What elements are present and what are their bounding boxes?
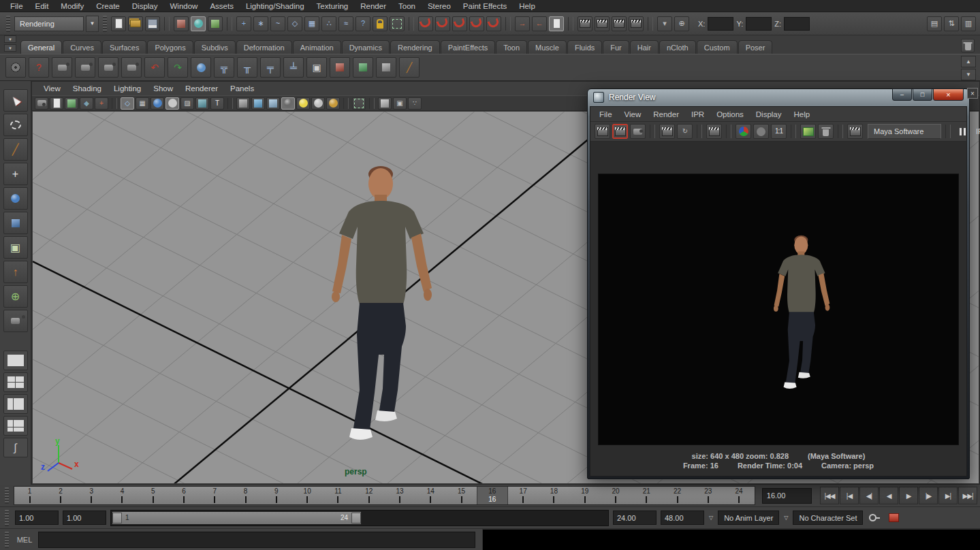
vp-occlusion-icon[interactable] — [281, 97, 295, 110]
open-render-view-icon[interactable] — [578, 16, 592, 31]
mask-all-icon[interactable]: + — [236, 16, 251, 31]
assign-material-icon[interactable] — [353, 57, 373, 78]
vp-light-default-icon[interactable] — [311, 97, 325, 110]
ipr-render-icon[interactable] — [612, 16, 627, 31]
vp-grid-cube-icon[interactable] — [378, 97, 392, 110]
mask-deformations-icon[interactable]: ▦ — [304, 16, 319, 31]
range-start-handle[interactable] — [112, 513, 122, 523]
rendered-image[interactable] — [598, 174, 959, 445]
timeline-frame[interactable]: 21 21 — [631, 487, 662, 504]
open-scene-icon[interactable] — [128, 16, 143, 31]
vp-use-default-material-icon[interactable] — [195, 97, 209, 110]
shelf-scroll-down-icon[interactable]: ▼ — [961, 69, 976, 80]
vp-connections-icon[interactable]: ∵ — [408, 97, 422, 110]
rv-alpha-channel-icon[interactable] — [753, 124, 769, 139]
animation-key-icon[interactable] — [867, 511, 882, 525]
tab-ncloth[interactable]: nCloth — [659, 40, 696, 54]
rv-menu-display[interactable]: Display — [750, 110, 788, 118]
drag-handle[interactable] — [6, 16, 10, 32]
timeline-frame[interactable]: 12 12 — [353, 487, 384, 504]
rv-keep-image-icon[interactable] — [800, 124, 816, 139]
playback-start-field[interactable]: 1.00 — [63, 511, 106, 525]
mask-rendering-icon[interactable]: ≈ — [338, 16, 353, 31]
timeline-frame[interactable]: 14 14 — [415, 487, 446, 504]
show-tool-settings-icon[interactable]: ⇅ — [944, 16, 959, 31]
camera-dolly-icon[interactable] — [98, 57, 118, 78]
shelf-options-icon[interactable]: ▾ — [4, 44, 16, 52]
timeline-frame[interactable]: 1 1 — [14, 487, 45, 504]
tab-rendering[interactable]: Rendering — [390, 40, 440, 54]
scene-render-options-icon[interactable] — [5, 57, 26, 78]
vp-shaded-icon[interactable] — [151, 97, 164, 110]
mask-dynamics-icon[interactable]: ∴ — [321, 16, 336, 31]
vp-menu-panels[interactable]: Panels — [224, 84, 260, 93]
timeline-frame[interactable]: 23 23 — [693, 487, 723, 504]
tab-general[interactable]: General — [20, 40, 62, 54]
timeline-frame[interactable]: 19 19 — [569, 487, 600, 504]
vp-textured-icon[interactable]: ▨ — [180, 97, 194, 110]
playback-end-field[interactable]: 24.00 — [613, 511, 657, 525]
rv-remove-image-icon[interactable] — [818, 124, 834, 139]
command-result-area[interactable] — [482, 529, 980, 550]
timeline-frame[interactable]: 24 24 — [723, 487, 754, 504]
pause-ipr-icon[interactable] — [955, 124, 970, 139]
input-connections-icon[interactable]: → — [515, 16, 530, 31]
rv-menu-view[interactable]: View — [618, 110, 648, 118]
select-hierarchy-icon[interactable] — [174, 16, 189, 31]
soft-modification-icon[interactable]: ↑ — [3, 261, 28, 283]
delete-unused-nodes-icon[interactable] — [191, 57, 211, 78]
timeline-frame[interactable]: 20 20 — [600, 487, 631, 504]
timeline-frame[interactable]: 11 11 — [323, 487, 353, 504]
tab-subdivs[interactable]: Subdivs — [194, 40, 236, 54]
minimize-button[interactable]: – — [892, 88, 912, 101]
output-connections-icon[interactable]: ← — [532, 16, 547, 31]
coord-options-arrow-icon[interactable]: ▾ — [657, 16, 672, 31]
layout-persp-graph-button[interactable] — [3, 416, 28, 436]
tab-polygons[interactable]: Polygons — [147, 40, 193, 54]
camera-tumble-icon[interactable] — [52, 57, 72, 78]
menu-help[interactable]: Help — [513, 2, 541, 10]
tab-hair[interactable]: Hair — [630, 40, 659, 54]
menu-lighting-shading[interactable]: Lighting/Shading — [240, 2, 311, 10]
rv-snapshot-icon[interactable] — [630, 124, 646, 139]
tab-dynamics[interactable]: Dynamics — [342, 40, 390, 54]
timeline-frame[interactable]: 13 13 — [384, 487, 415, 504]
tab-fluids[interactable]: Fluids — [567, 40, 602, 54]
menu-assets[interactable]: Assets — [204, 2, 240, 10]
tab-animation[interactable]: Animation — [293, 40, 341, 54]
menu-paint-effects[interactable]: Paint Effects — [457, 2, 513, 10]
snap-grid-icon[interactable] — [418, 16, 433, 31]
y-field[interactable] — [746, 17, 772, 31]
tab-fur[interactable]: Fur — [603, 40, 629, 54]
timeline-frame[interactable]: 6 6 — [168, 487, 199, 504]
tab-painteffects[interactable]: PaintEffects — [441, 40, 496, 54]
group-icon[interactable]: ╦ — [214, 57, 234, 78]
rv-zoom-actual-icon[interactable]: 1:1 — [771, 124, 787, 139]
tab-toon[interactable]: Toon — [496, 40, 527, 54]
timeline-frame[interactable]: 7 7 — [200, 487, 230, 504]
absolute-transform-icon[interactable]: ⊕ — [674, 16, 689, 31]
vp-isolate-select-icon[interactable] — [352, 97, 366, 110]
command-line-label[interactable]: MEL — [11, 536, 38, 544]
animation-end-field[interactable]: 48.00 — [661, 511, 704, 525]
camera-zoom-icon[interactable] — [121, 57, 142, 78]
rv-menu-render[interactable]: Render — [647, 110, 685, 118]
new-scene-icon[interactable] — [111, 16, 126, 31]
drag-handle[interactable] — [5, 487, 9, 504]
vp-wire-on-shaded-icon[interactable] — [236, 97, 250, 110]
current-time-field[interactable]: 16.00 — [762, 488, 812, 504]
range-slider-track[interactable]: 1 24 — [110, 510, 609, 526]
parent-icon[interactable]: ╤ — [260, 57, 281, 78]
timeline-ruler[interactable]: 1 1 2 2 3 3 4 — [14, 486, 755, 505]
shelf-menu-icon[interactable]: ▾ — [4, 35, 16, 43]
sculpt-tool-icon[interactable]: ╱ — [399, 57, 420, 78]
rv-ipr-render-icon[interactable] — [659, 124, 675, 139]
menu-file[interactable]: File — [4, 2, 29, 10]
menu-texturing[interactable]: Texturing — [311, 2, 355, 10]
make-live-icon[interactable] — [486, 16, 501, 31]
mask-handles-icon[interactable]: ∗ — [253, 16, 268, 31]
rv-render-icon[interactable] — [595, 124, 610, 139]
vp-hud-text-icon[interactable]: T — [210, 97, 224, 110]
step-back-frame-button[interactable]: ◀| — [859, 487, 879, 504]
universal-manipulator-icon[interactable]: ▣ — [3, 236, 28, 259]
